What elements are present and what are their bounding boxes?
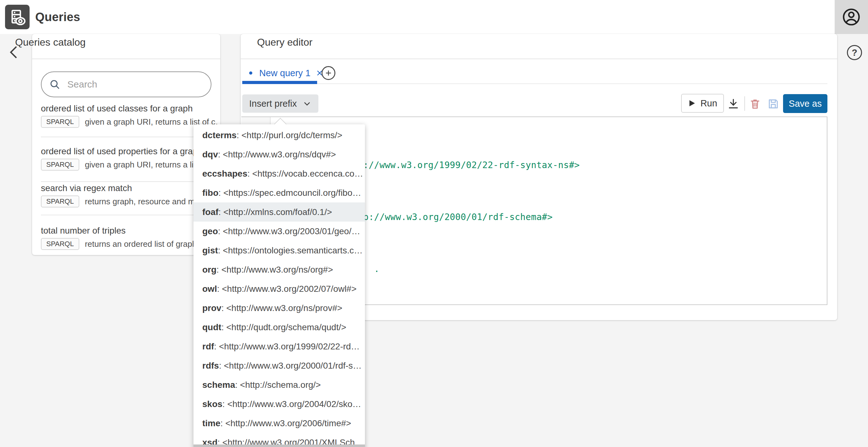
prefix-option-prov[interactable]: prov: <http://www.w3.org/ns/prov#>	[193, 298, 365, 318]
save-as-label: Save as	[789, 98, 822, 109]
catalog-item-meta: SPARQL returns graph, resource and mat	[41, 195, 217, 208]
question-mark-icon: ?	[851, 48, 857, 58]
prefix-option-qudt[interactable]: qudt: <http://qudt.org/schema/qudt/>	[193, 318, 365, 337]
prefix-option-owl[interactable]: owl: <http://www.w3.org/2002/07/owl#>	[193, 279, 365, 298]
insert-prefix-label: Insert prefix	[249, 98, 297, 109]
prefix-option-fibo[interactable]: fibo: <https://spec.edmcouncil.org/fibo…	[193, 183, 365, 202]
prefix-option-rdfs[interactable]: rdfs: <http://www.w3.org/2000/01/rdf-s…	[193, 356, 365, 375]
prefix-option-schema[interactable]: schema: <http://schema.org/>	[193, 375, 365, 394]
editor-title: Query editor	[257, 36, 312, 48]
save-as-button[interactable]: Save as	[783, 94, 828, 113]
tabrow-border	[242, 83, 828, 84]
catalog-item-description: returns an ordered list of graphs	[85, 239, 201, 249]
run-query-button[interactable]: Run	[681, 94, 724, 113]
catalog-search[interactable]	[41, 71, 211, 97]
divider	[41, 137, 211, 137]
active-tab-indicator	[242, 81, 317, 84]
user-menu-button[interactable]	[835, 0, 868, 34]
catalog-item-meta: SPARQL returns an ordered list of graphs	[41, 237, 217, 250]
unsaved-dot-icon	[249, 71, 252, 74]
query-type-badge: SPARQL	[41, 196, 79, 207]
plus-icon	[325, 69, 332, 77]
search-icon	[49, 79, 60, 90]
query-type-badge: SPARQL	[41, 238, 79, 250]
catalog-item-meta: SPARQL given a graph URI, returns a list	[41, 158, 217, 171]
prefix-option-skos[interactable]: skos: <http://www.w3.org/2004/02/sko…	[193, 394, 365, 414]
toolbar-divider	[744, 96, 745, 111]
divider	[32, 59, 220, 59]
trash-icon	[749, 98, 761, 110]
floppy-save-icon	[767, 98, 779, 110]
divider	[241, 59, 837, 59]
queries-module-logo	[5, 5, 30, 29]
catalog-item-meta: SPARQL given a graph URI, returns a list…	[41, 115, 217, 128]
divider	[41, 215, 211, 215]
catalog-item-title[interactable]: ordered list of used properties for a gr…	[41, 146, 217, 156]
catalog-item-title[interactable]: total number of triples	[41, 226, 217, 236]
delete-query-button[interactable]	[747, 96, 763, 112]
download-icon	[727, 98, 739, 110]
prefix-option-dqv[interactable]: dqv: <http://www.w3.org/ns/dqv#>	[193, 145, 365, 164]
prefix-option-rdf[interactable]: rdf: <http://www.w3.org/1999/02/22-rd…	[193, 337, 365, 356]
tab-new-query-1[interactable]: New query 1	[242, 65, 324, 81]
catalog-item-title[interactable]: ordered list of used classes for a graph	[41, 103, 217, 114]
run-label: Run	[700, 98, 717, 109]
play-icon	[688, 99, 696, 107]
app-header: Queries	[0, 0, 868, 34]
query-type-badge: SPARQL	[41, 159, 79, 171]
database-eye-icon	[9, 9, 26, 25]
tab-label: New query 1	[259, 68, 311, 79]
insert-prefix-button[interactable]: Insert prefix	[242, 94, 318, 113]
catalog-item-description: given a graph URI, returns a list	[85, 160, 200, 170]
help-button[interactable]: ?	[847, 45, 862, 60]
prefix-option-org[interactable]: org: <http://www.w3.org/ns/org#>	[193, 260, 365, 279]
prefix-option-geo[interactable]: geo: <http://www.w3.org/2003/01/geo/…	[193, 221, 365, 241]
save-query-button[interactable]	[766, 96, 781, 112]
queries-catalog-panel	[32, 34, 220, 255]
prefix-option-gist[interactable]: gist: <https://ontologies.semanticarts.c…	[193, 241, 365, 260]
prefix-dropdown: dcterms: <http://purl.org/dc/terms/> dqv…	[193, 124, 365, 447]
prefix-option-foaf[interactable]: foaf: <http://xmlns.com/foaf/0.1/>	[193, 202, 365, 221]
catalog-item-title[interactable]: search via regex match	[41, 183, 217, 193]
search-input[interactable]	[67, 79, 203, 90]
catalog-item-description: returns graph, resource and mat	[85, 197, 202, 207]
query-type-badge: SPARQL	[41, 116, 79, 128]
user-avatar-icon	[842, 7, 861, 27]
page-title: Queries	[35, 0, 80, 34]
add-tab-button[interactable]	[321, 66, 335, 80]
chevron-down-icon	[303, 99, 311, 108]
prefix-option-eccshapes[interactable]: eccshapes: <https://vocab.eccenca.co…	[193, 164, 365, 183]
catalog-title: Queries catalog	[15, 36, 86, 48]
dropdown-scrollbar[interactable]	[193, 445, 365, 447]
prefix-option-time[interactable]: time: <http://www.w3.org/2006/time#>	[193, 414, 365, 433]
download-results-button[interactable]	[726, 96, 741, 112]
divider	[41, 181, 211, 182]
